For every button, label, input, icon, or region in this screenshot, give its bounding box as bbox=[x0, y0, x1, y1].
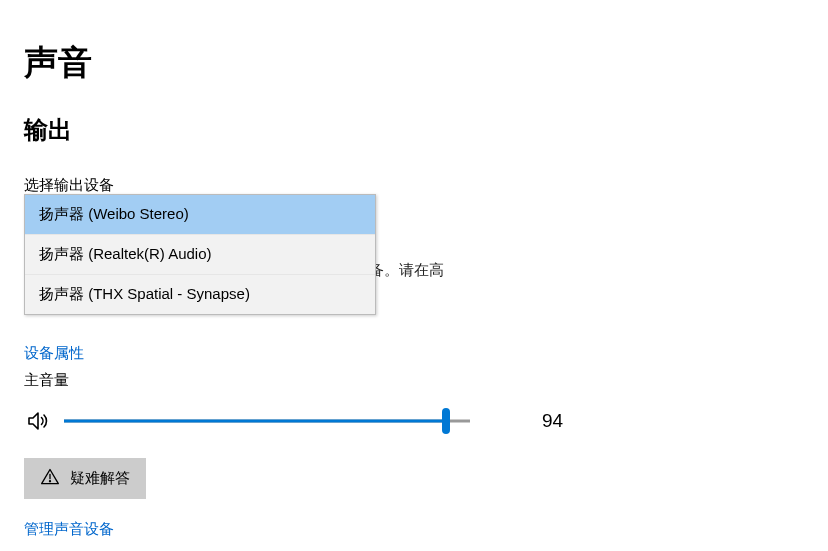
master-volume-label: 主音量 bbox=[24, 371, 69, 390]
slider-thumb[interactable] bbox=[442, 408, 450, 434]
output-device-dropdown[interactable]: 扬声器 (Weibo Stereo) 扬声器 (Realtek(R) Audio… bbox=[24, 194, 376, 315]
output-section-title: 输出 bbox=[24, 114, 828, 146]
dropdown-item[interactable]: 扬声器 (Realtek(R) Audio) bbox=[25, 235, 375, 275]
master-volume-slider[interactable] bbox=[64, 405, 470, 437]
slider-fill bbox=[64, 420, 446, 423]
troubleshoot-button[interactable]: 疑难解答 bbox=[24, 458, 146, 499]
select-output-label: 选择输出设备 bbox=[24, 176, 828, 195]
volume-value: 94 bbox=[542, 410, 563, 432]
device-properties-link[interactable]: 设备属性 bbox=[24, 344, 84, 363]
manage-sound-devices-link[interactable]: 管理声音设备 bbox=[24, 520, 114, 539]
volume-icon[interactable] bbox=[24, 407, 52, 435]
svg-marker-0 bbox=[29, 413, 38, 429]
dropdown-item[interactable]: 扬声器 (Weibo Stereo) bbox=[25, 195, 375, 235]
warning-icon bbox=[40, 467, 60, 490]
svg-point-2 bbox=[50, 481, 51, 482]
troubleshoot-label: 疑难解答 bbox=[70, 469, 130, 488]
page-title: 声音 bbox=[24, 40, 828, 86]
dropdown-item[interactable]: 扬声器 (THX Spatial - Synapse) bbox=[25, 275, 375, 314]
